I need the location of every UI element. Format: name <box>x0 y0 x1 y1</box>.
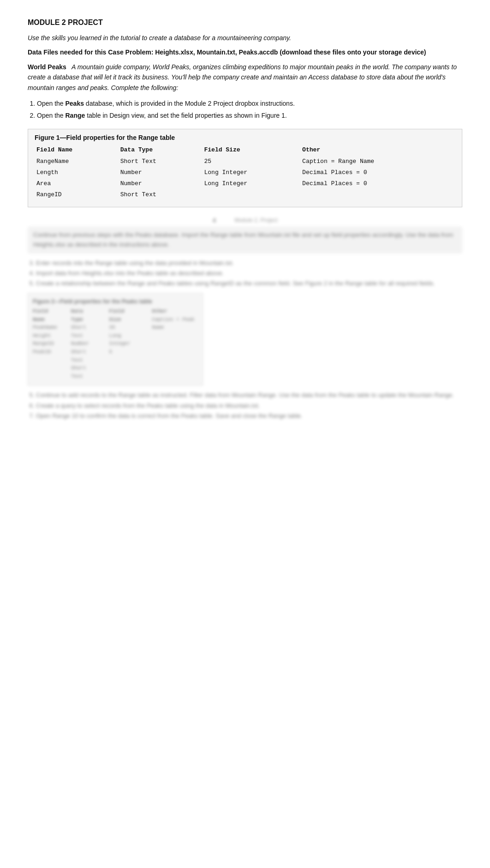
figure2-row1-type: Short Text <box>71 324 95 340</box>
figure2-row1-size: 35 <box>109 324 138 332</box>
col-field-size: Field Size <box>203 144 301 156</box>
figure2-row4-type: Short Text <box>71 364 95 380</box>
figure2-row2-other <box>152 332 198 340</box>
figure2-col-other: Other Caption = Peak Name <box>152 307 198 380</box>
table-row: RangeID Short Text <box>35 189 455 200</box>
range-bold: Range <box>66 112 85 119</box>
figure2-row1-other: Caption = Peak Name <box>152 316 198 332</box>
cell-other: Decimal Places = 0 <box>300 167 455 178</box>
figure1-container: Figure 1—Field properties for the Range … <box>28 129 462 207</box>
peaks-bold: Peaks <box>66 100 84 107</box>
figure2-row3-other <box>152 340 198 348</box>
cell-field-size: 25 <box>203 156 301 167</box>
blurred-step-item: Import data from Heights.xlsx into the P… <box>36 268 462 278</box>
cell-field-name: RangeID <box>35 189 119 200</box>
figure2-row3-type: Short Text <box>71 348 95 364</box>
instructions-list: Open the Peaks database, which is provid… <box>37 98 462 121</box>
table-row: Area Number Long Integer Decimal Places … <box>35 178 455 189</box>
figure2-blurred: Figure 2—Field properties for the Peaks … <box>28 293 203 386</box>
instruction-2: Open the Range table in Design view, and… <box>37 110 462 121</box>
blurred-step-item: Continue to add records to the Range tab… <box>36 390 462 400</box>
figure2-row2-size: Long Integer <box>109 332 138 348</box>
figure2-header-field: Field Name <box>33 307 57 324</box>
figure2-col-size: Field Size 35 Long Integer 5 <box>109 307 138 380</box>
intro-italic: Use the skills you learned in the tutori… <box>28 33 462 43</box>
blurred-step-item: Create a query to select records from th… <box>36 401 462 411</box>
col-field-name: Field Name <box>35 144 119 156</box>
blurred-step-item: Enter records into the Range table using… <box>36 258 462 268</box>
table-header-row: Field Name Data Type Field Size Other <box>35 144 455 156</box>
figure1-table: Field Name Data Type Field Size Other Ra… <box>35 144 455 200</box>
figure2-col-type: Data Type Short Text Number Short Text S… <box>71 307 95 380</box>
page-number-row: 4 Module 2, Project <box>28 217 462 224</box>
page-number: 4 <box>212 217 216 224</box>
brand-name: World Peaks <box>28 63 66 71</box>
cell-field-size: Long Integer <box>203 167 301 178</box>
figure2-header-size: Field Size <box>109 307 138 324</box>
figure2-header-other: Other <box>152 307 198 316</box>
cell-other: Caption = Range Name <box>300 156 455 167</box>
cell-data-type: Number <box>119 178 203 189</box>
cell-data-type: Short Text <box>119 156 203 167</box>
cell-other <box>300 189 455 200</box>
world-peaks-paragraph: World Peaks A mountain guide company, Wo… <box>28 62 462 93</box>
blurred-step-item: Open Range 10 to confirm the data is cor… <box>36 411 462 421</box>
cell-field-name: Length <box>35 167 119 178</box>
cell-field-name: Area <box>35 178 119 189</box>
world-peaks-text: A mountain guide company, World Peaks, o… <box>28 63 457 91</box>
figure2-table: Field Name PeakName Height RangeID PeakI… <box>33 307 198 380</box>
table-row: Length Number Long Integer Decimal Place… <box>35 167 455 178</box>
page-info: Module 2, Project <box>234 217 277 223</box>
figure2-row4-field: PeakID <box>33 348 57 356</box>
figure2-row2-type: Number <box>71 340 95 348</box>
figure2-row1-field: PeakName <box>33 324 57 332</box>
cell-data-type: Number <box>119 167 203 178</box>
figure2-row4-size <box>109 356 138 365</box>
figure2-row4-other <box>152 348 198 356</box>
blurred-step-item: Create a relationship between the Range … <box>36 278 462 289</box>
figure2-row3-size: 5 <box>109 348 138 356</box>
files-needed: Data Files needed for this Case Problem:… <box>28 48 462 57</box>
cell-other: Decimal Places = 0 <box>300 178 455 189</box>
figure2-row2-field: Height <box>33 332 57 340</box>
col-other: Other <box>300 144 455 156</box>
figure2-header-type: Data Type <box>71 307 95 324</box>
table-row: RangeName Short Text 25 Caption = Range … <box>35 156 455 167</box>
module-title: MODULE 2 PROJECT <box>28 18 462 27</box>
blurred-lower-section: 4 Module 2, Project Continue from previo… <box>28 217 462 421</box>
cell-field-size: Long Integer <box>203 178 301 189</box>
cell-data-type: Short Text <box>119 189 203 200</box>
figure2-title: Figure 2—Field properties for the Peaks … <box>33 298 198 305</box>
blurred-steps-list-2: Continue to add records to the Range tab… <box>36 390 462 421</box>
blurred-steps-list: Enter records into the Range table using… <box>36 258 462 289</box>
figure2-row3-field: RangeID <box>33 340 57 348</box>
col-data-type: Data Type <box>119 144 203 156</box>
cell-field-size <box>203 189 301 200</box>
blurred-step-3: Continue from previous steps with the Pe… <box>28 227 462 253</box>
cell-field-name: RangeName <box>35 156 119 167</box>
figure2-col-field: Field Name PeakName Height RangeID PeakI… <box>33 307 57 380</box>
instruction-1: Open the Peaks database, which is provid… <box>37 98 462 109</box>
figure1-title: Figure 1—Field properties for the Range … <box>35 134 455 141</box>
